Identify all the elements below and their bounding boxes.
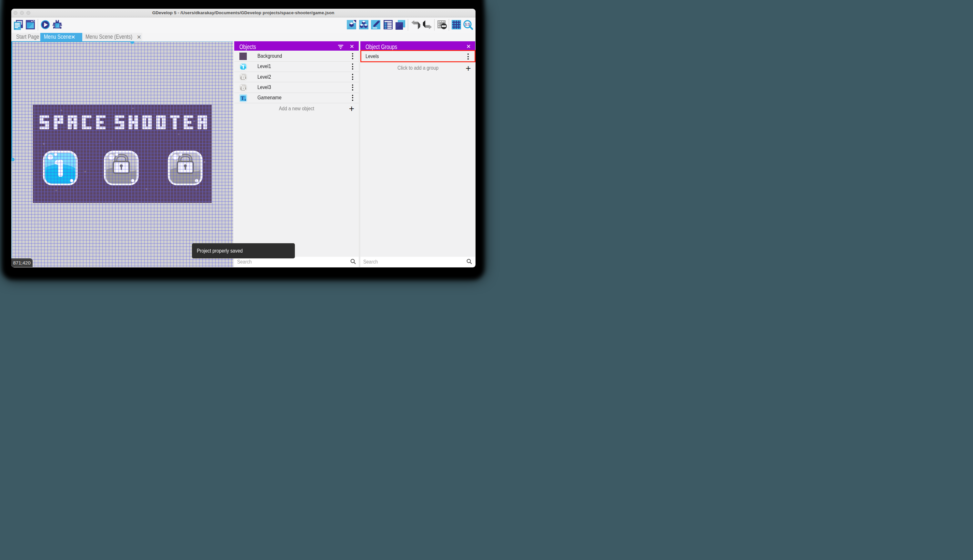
svg-text:x: x: [244, 97, 246, 101]
svg-text:1:1: 1:1: [465, 22, 470, 26]
svg-text:T: T: [241, 95, 245, 101]
